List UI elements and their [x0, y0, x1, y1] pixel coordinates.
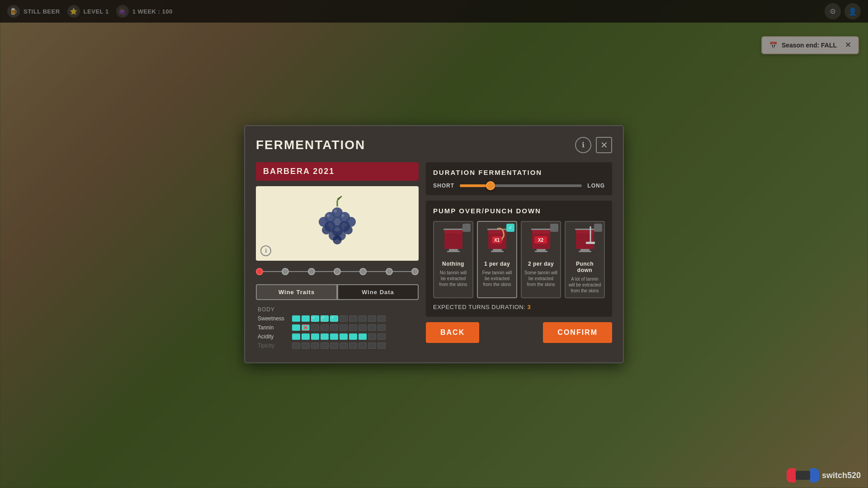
tipicity-bar-2: [302, 343, 310, 349]
acidity-bar-8: [359, 333, 367, 340]
acidity-row: Acidity: [258, 333, 417, 340]
acidity-bar-4: [321, 333, 329, 340]
expected-turns-value: 3: [528, 304, 531, 310]
modal-body: BARBERA 2021: [256, 162, 612, 352]
grape-display: ℹ: [256, 186, 419, 261]
tipicity-bar-4: [321, 343, 329, 349]
sweetness-bar-5: ✓: [330, 315, 338, 322]
svg-rect-38: [575, 229, 595, 230]
modal-footer: BACK CONFIRM: [426, 322, 612, 343]
wine-traits-tab[interactable]: Wine Traits: [256, 284, 337, 300]
pump-option-2perday[interactable]: X2 2 per day Some tannin will be extract…: [521, 221, 561, 298]
svg-rect-31: [531, 229, 551, 230]
tannin-bar-7: [349, 324, 357, 331]
tipicity-row: Tipicity: [258, 343, 417, 349]
tannin-bar-8: [359, 324, 367, 331]
sweetness-label: Sweetness: [258, 315, 288, 322]
progress-line-4: [341, 271, 359, 272]
confirm-button[interactable]: CONFIRM: [543, 322, 612, 343]
progress-dot-5: [359, 268, 367, 275]
svg-rect-43: [580, 249, 590, 251]
pump-2perday-desc: Some tannin will be extracted from the s…: [524, 270, 557, 287]
traits-section: Body Sweetness ✓ ✓: [256, 306, 419, 349]
svg-rect-34: [537, 249, 546, 251]
svg-rect-35: [535, 251, 547, 252]
pump-option-nothing[interactable]: Nothing No tannin will be extracted from…: [433, 221, 473, 298]
progress-dots: [256, 265, 419, 278]
pump-option-punchdown[interactable]: Punch down A lot of tannin will be extra…: [565, 221, 605, 298]
svg-point-16: [327, 214, 330, 217]
sweetness-bar-6: [340, 315, 348, 322]
tipicity-label: Tipicity: [258, 343, 288, 349]
tipicity-bar-5: [330, 343, 338, 349]
switch-brand: switch520: [787, 468, 861, 483]
pump-1perday-name: 1 per day: [481, 261, 514, 267]
switch-brand-text: switch520: [822, 471, 861, 480]
svg-rect-27: [493, 249, 502, 251]
expected-turns-label: EXPECTED TURNS DURATION:: [433, 304, 525, 310]
pump-punchdown-square: [594, 224, 602, 232]
acidity-bar-2: [302, 333, 310, 340]
progress-dot-3: [308, 268, 315, 275]
slider-thumb[interactable]: [486, 181, 495, 190]
pump-punchdown-name: Punch down: [568, 261, 601, 273]
progress-dot-1: [256, 268, 263, 275]
duration-slider[interactable]: [460, 184, 582, 187]
acidity-bar-3: [311, 333, 319, 340]
svg-rect-44: [579, 251, 591, 252]
sweetness-bars: ✓ ✓ ✓: [292, 315, 386, 322]
sweetness-bar-2: [302, 315, 310, 322]
wine-data-tab[interactable]: Wine Data: [337, 284, 419, 300]
progress-dot-2: [282, 268, 289, 275]
tannin-bar-10: [377, 324, 386, 331]
duration-title: DURATION FERMENTATION: [433, 169, 605, 176]
progress-line-1: [263, 271, 282, 272]
svg-rect-20: [444, 230, 462, 234]
pump-1perday-check: ✓: [506, 224, 514, 232]
acidity-bar-1: [292, 333, 300, 340]
svg-rect-18: [443, 229, 463, 230]
tannin-bar-special: [302, 324, 310, 331]
pump-2perday-name: 2 per day: [524, 261, 557, 267]
body-label: Body: [258, 306, 417, 313]
modal-backdrop: FERMENTATION ℹ ✕ BARBERA 2021: [0, 0, 868, 488]
tipicity-bar-8: [359, 343, 367, 349]
modal-header: FERMENTATION ℹ ✕: [256, 137, 612, 153]
svg-rect-33: [532, 230, 550, 234]
acidity-bar-7: [349, 333, 357, 340]
tipicity-bar-10: [377, 343, 386, 349]
sweetness-bar-4: ✓: [321, 315, 329, 322]
pump-nothing-square: [462, 224, 471, 232]
acidity-label: Acidity: [258, 333, 288, 340]
close-button[interactable]: ✕: [596, 137, 612, 153]
svg-rect-40: [576, 230, 594, 234]
svg-rect-28: [491, 251, 504, 252]
pump-option-1perday[interactable]: ✓: [477, 221, 517, 298]
fermentation-modal: FERMENTATION ℹ ✕ BARBERA 2021: [244, 125, 624, 363]
tipicity-bar-1: [292, 343, 300, 349]
pump-punchdown-desc: A lot of tannin will be extracted from t…: [568, 276, 601, 294]
tannin-row: Tannin: [258, 324, 417, 331]
progress-line-3: [315, 271, 334, 272]
grape-image: [310, 194, 364, 253]
tannin-bar-1: [292, 324, 300, 331]
pump-options: Nothing No tannin will be extracted from…: [433, 221, 605, 298]
sweetness-bar-7: [349, 315, 357, 322]
duration-row: SHORT LONG: [433, 183, 605, 189]
expected-turns: EXPECTED TURNS DURATION: 3: [433, 304, 605, 310]
wine-tabs: Wine Traits Wine Data: [256, 284, 419, 300]
progress-dot-4: [334, 268, 341, 275]
info-button[interactable]: ℹ: [575, 137, 591, 153]
switch-logo-right: [810, 468, 819, 483]
tannin-label: Tannin: [258, 324, 288, 331]
modal-header-icons: ℹ ✕: [575, 137, 612, 153]
svg-point-14: [333, 235, 342, 244]
back-button[interactable]: BACK: [426, 322, 479, 343]
grape-info-icon[interactable]: ℹ: [260, 245, 271, 256]
progress-dot-7: [411, 268, 419, 275]
switch-logo-center: [796, 471, 810, 480]
pump-section: PUMP OVER/PUNCH DOWN: [426, 201, 612, 317]
tannin-bar-4: [321, 324, 329, 331]
tipicity-bar-7: [349, 343, 357, 349]
pump-title: PUMP OVER/PUNCH DOWN: [433, 207, 605, 215]
